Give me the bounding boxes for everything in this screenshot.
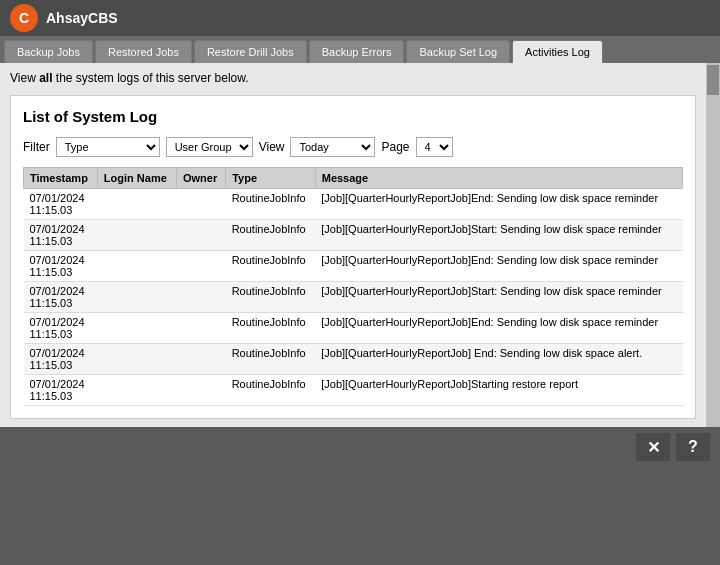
scrollbar-thumb[interactable] [707,65,719,95]
cell-login-name [97,220,176,251]
tab-backup-errors[interactable]: Backup Errors [309,40,405,63]
nav-tabs: Backup Jobs Restored Jobs Restore Drill … [0,36,720,63]
log-table: Timestamp Login Name Owner Type Message … [23,167,683,406]
table-row: 07/01/202411:15.03 RoutineJobInfo [Job][… [24,282,683,313]
cell-type: RoutineJobInfo [226,251,316,282]
filter-row: Filter Type RoutineJobInfo Error Warning… [23,137,683,157]
cell-message: [Job][QuarterHourlyReportJob]End: Sendin… [315,313,682,344]
cell-timestamp: 07/01/202411:15.03 [24,220,98,251]
table-row: 07/01/202411:15.03 RoutineJobInfo [Job][… [24,251,683,282]
table-row: 07/01/202411:15.03 RoutineJobInfo [Job][… [24,189,683,220]
cell-owner [176,375,225,406]
main-content: View all the system logs of this server … [0,63,706,427]
help-button[interactable]: ? [676,433,710,461]
cell-owner [176,282,225,313]
cell-login-name [97,251,176,282]
system-log-panel: List of System Log Filter Type RoutineJo… [10,95,696,419]
tab-backup-set-log[interactable]: Backup Set Log [406,40,510,63]
cell-timestamp: 07/01/202411:15.03 [24,251,98,282]
cell-login-name [97,189,176,220]
vertical-scrollbar[interactable] [706,63,720,427]
page-label: Page [381,140,409,154]
subtitle: View all the system logs of this server … [10,71,696,85]
cell-login-name [97,313,176,344]
table-row: 07/01/202411:15.03 RoutineJobInfo [Job][… [24,344,683,375]
cell-message: [Job][QuarterHourlyReportJob]Starting re… [315,375,682,406]
tab-restore-drill-jobs[interactable]: Restore Drill Jobs [194,40,307,63]
cell-message: [Job][QuarterHourlyReportJob]Start: Send… [315,220,682,251]
tab-restored-jobs[interactable]: Restored Jobs [95,40,192,63]
cell-login-name [97,282,176,313]
cell-message: [Job][QuarterHourlyReportJob]Start: Send… [315,282,682,313]
cell-timestamp: 07/01/202411:15.03 [24,189,98,220]
cell-message: [Job][QuarterHourlyReportJob]End: Sendin… [315,251,682,282]
cell-type: RoutineJobInfo [226,282,316,313]
type-filter-select[interactable]: Type RoutineJobInfo Error Warning [56,137,160,157]
title-bar: C AhsayCBS [0,0,720,36]
cell-timestamp: 07/01/202411:15.03 [24,375,98,406]
cell-owner [176,344,225,375]
cell-login-name [97,375,176,406]
table-row: 07/01/202411:15.03 RoutineJobInfo [Job][… [24,375,683,406]
cell-owner [176,313,225,344]
tab-backup-jobs[interactable]: Backup Jobs [4,40,93,63]
col-owner: Owner [176,168,225,189]
cell-type: RoutineJobInfo [226,313,316,344]
table-row: 07/01/202411:15.03 RoutineJobInfo [Job][… [24,313,683,344]
cell-timestamp: 07/01/202411:15.03 [24,313,98,344]
col-login-name: Login Name [97,168,176,189]
cell-timestamp: 07/01/202411:15.03 [24,282,98,313]
cell-owner [176,189,225,220]
col-type: Type [226,168,316,189]
page-select[interactable]: 1 2 3 4 [416,137,453,157]
cell-message: [Job][QuarterHourlyReportJob] End: Sendi… [315,344,682,375]
cell-type: RoutineJobInfo [226,344,316,375]
cell-owner [176,251,225,282]
col-message: Message [315,168,682,189]
cell-timestamp: 07/01/202411:15.03 [24,344,98,375]
cell-login-name [97,344,176,375]
view-label: View [259,140,285,154]
cell-message: [Job][QuarterHourlyReportJob]End: Sendin… [315,189,682,220]
view-select[interactable]: Today Yesterday This Week This Month [290,137,375,157]
table-row: 07/01/202411:15.03 RoutineJobInfo [Job][… [24,220,683,251]
cell-type: RoutineJobInfo [226,189,316,220]
app-name: AhsayCBS [46,10,118,26]
panel-title: List of System Log [23,108,683,125]
tab-activities-log[interactable]: Activities Log [512,40,603,63]
app-logo: C [10,4,38,32]
bottom-bar: ✕ ? [0,427,720,467]
cell-type: RoutineJobInfo [226,375,316,406]
col-timestamp: Timestamp [24,168,98,189]
cell-owner [176,220,225,251]
group-filter-select[interactable]: User Group All [166,137,253,157]
filter-label: Filter [23,140,50,154]
close-button[interactable]: ✕ [636,433,670,461]
cell-type: RoutineJobInfo [226,220,316,251]
